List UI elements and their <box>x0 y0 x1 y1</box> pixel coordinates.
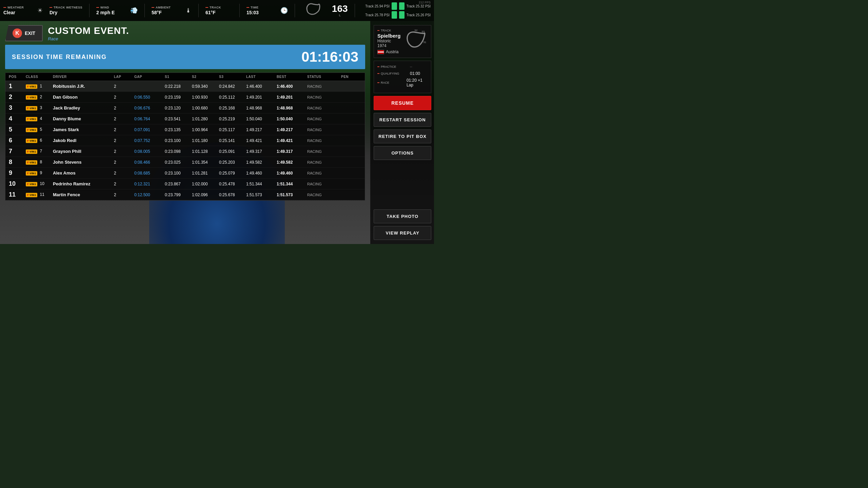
cell-class: F·VIN1 8 <box>26 160 53 165</box>
svg-text:S2: S2 <box>415 29 418 32</box>
cell-class: F·VIN1 3 <box>26 105 53 110</box>
cell-pos: 4 <box>9 115 26 122</box>
cell-gap: 0:08.005 <box>134 149 165 154</box>
cell-driver: Grayson Phill <box>53 149 114 154</box>
qualifying-row: QUALIFYING 01:00 <box>377 71 428 76</box>
divider-5 <box>295 4 295 17</box>
options-button[interactable]: OPTIONS <box>374 146 431 160</box>
cell-s1: 0:23.100 <box>165 171 192 176</box>
track-details: TRACK Spielberg Historic 1974 Austria <box>377 29 400 54</box>
practice-label: PRACTICE <box>377 65 408 68</box>
cell-driver: Jack Bradley <box>53 105 114 110</box>
cell-status: RACING <box>307 182 341 186</box>
austria-flag <box>377 50 384 54</box>
cell-lap: 2 <box>114 192 134 197</box>
cell-best: 1:48.968 <box>277 106 307 110</box>
cell-num: 8 <box>40 160 42 164</box>
restart-session-button[interactable]: RESTART SESSION <box>374 113 431 127</box>
class-badge: F·VIN1 <box>26 95 37 100</box>
svg-text:S3: S3 <box>422 30 425 33</box>
cell-pos: 10 <box>9 180 26 187</box>
cell-s2: 1:01.180 <box>192 138 219 143</box>
cell-gap: 0:08.466 <box>134 160 165 165</box>
cell-s2: 1:02.000 <box>192 182 219 186</box>
cell-status: RACING <box>307 149 341 154</box>
cell-num: 2 <box>40 95 42 99</box>
main-content: K EXIT CUSTOM EVENT. Race SESSION TIME R… <box>0 21 434 244</box>
event-type: Race <box>48 36 129 41</box>
cell-status: RACING <box>307 84 341 88</box>
cell-s3: 0:24.842 <box>219 84 246 89</box>
cell-lap: 2 <box>114 171 134 176</box>
cell-s3: 0:25.219 <box>219 117 246 121</box>
cell-last: 1:48.968 <box>246 106 277 110</box>
cell-s3: 0:25.678 <box>219 192 246 197</box>
cell-lap: 2 <box>114 160 134 165</box>
class-badge: F·VIN1 <box>26 117 37 121</box>
cell-s2: 1:01.280 <box>192 117 219 121</box>
cell-status: RACING <box>307 193 341 197</box>
table-row: 6 F·VIN1 6 Jakob Redl 2 0:07.752 0:23.10… <box>5 135 365 146</box>
cell-lap: 2 <box>114 117 134 121</box>
cell-pos: 11 <box>9 191 26 198</box>
cell-status: RACING <box>307 106 341 110</box>
ambient-label: AMBIENT <box>152 6 171 9</box>
time-info: TIME 15:03 <box>246 6 274 15</box>
cell-last: 1:49.317 <box>246 149 277 154</box>
exit-logo: K <box>13 28 22 38</box>
cell-class: F·VIN1 4 <box>26 116 53 121</box>
cell-num: 11 <box>40 192 44 197</box>
track-temp-info: TRACK 61°F <box>205 6 233 15</box>
cell-driver: Pedrinho Ramirez <box>53 181 114 186</box>
cell-class: F·VIN1 11 <box>26 192 53 197</box>
ambient-info: AMBIENT 58°F <box>152 6 179 15</box>
cell-s3: 0:25.141 <box>219 138 246 143</box>
col-s3: S3 <box>219 75 246 79</box>
cell-num: 1 <box>40 84 42 88</box>
cell-gap: 0:12.500 <box>134 192 165 197</box>
cell-num: 5 <box>40 127 42 132</box>
cell-lap: 2 <box>114 106 134 110</box>
class-badge: F·VIN1 <box>26 128 37 132</box>
track-section-label: TRACK <box>377 29 400 32</box>
col-gap: GAP <box>134 75 165 79</box>
col-s1: S1 <box>165 75 192 79</box>
cell-class: F·VIN1 7 <box>26 149 53 154</box>
class-badge: F·VIN1 <box>26 139 37 143</box>
cell-s3: 0:25.203 <box>219 160 246 165</box>
col-class: CLASS <box>26 75 53 79</box>
time-label: TIME <box>246 6 259 9</box>
cell-pos: 8 <box>9 159 26 166</box>
event-header: K EXIT CUSTOM EVENT. Race <box>5 25 365 41</box>
cell-num: 7 <box>40 149 42 154</box>
cell-pos: 1 <box>9 83 26 90</box>
right-panel: TRACK Spielberg Historic 1974 Austria S3… <box>370 21 434 244</box>
leaderboard-header: POS CLASS DRIVER LAP GAP S1 S2 S3 LAST B… <box>5 73 365 81</box>
session-time: 01:16:03 <box>301 49 358 65</box>
divider-6 <box>355 4 355 17</box>
retire-to-pit-box-button[interactable]: RETIRE TO PIT BOX <box>374 129 431 143</box>
country-name: Austria <box>386 49 398 54</box>
cell-s2: 1:01.354 <box>192 160 219 165</box>
cell-gap: 0:06.764 <box>134 117 165 121</box>
resume-button[interactable]: RESUME <box>374 96 431 110</box>
cell-class: F·VIN1 9 <box>26 170 53 176</box>
cell-s3: 0:25.112 <box>219 95 246 100</box>
exit-button[interactable]: K EXIT <box>5 25 43 41</box>
view-replay-button[interactable]: VIEW REPLAY <box>374 226 431 240</box>
tire-track-label-2r: Track 25.26 PSI <box>407 13 431 17</box>
race-row: RACE 01:20 +1 Lap <box>377 78 428 87</box>
cell-last: 1:51.344 <box>246 182 277 186</box>
cell-best: 1:50.040 <box>277 117 307 121</box>
cell-best: 1:49.421 <box>277 138 307 143</box>
event-name: CUSTOM EVENT. <box>48 25 129 36</box>
cell-lap: 2 <box>114 84 134 89</box>
take-photo-button[interactable]: TAKE PHOTO <box>374 209 431 223</box>
session-info-box: PRACTICE – QUALIFYING 01:00 RACE 01:20 +… <box>374 61 431 93</box>
table-row: 2 F·VIN1 2 Dan Gibson 2 0:06.550 0:23.15… <box>5 92 365 103</box>
sun-icon: ☀ <box>37 7 43 14</box>
table-row: 7 F·VIN1 7 Grayson Phill 2 0:08.005 0:23… <box>5 146 365 157</box>
ambient-value: 58°F <box>152 10 162 15</box>
track-temp-label: TRACK <box>205 6 221 9</box>
cell-driver: Robitussin J.R. <box>53 84 114 89</box>
